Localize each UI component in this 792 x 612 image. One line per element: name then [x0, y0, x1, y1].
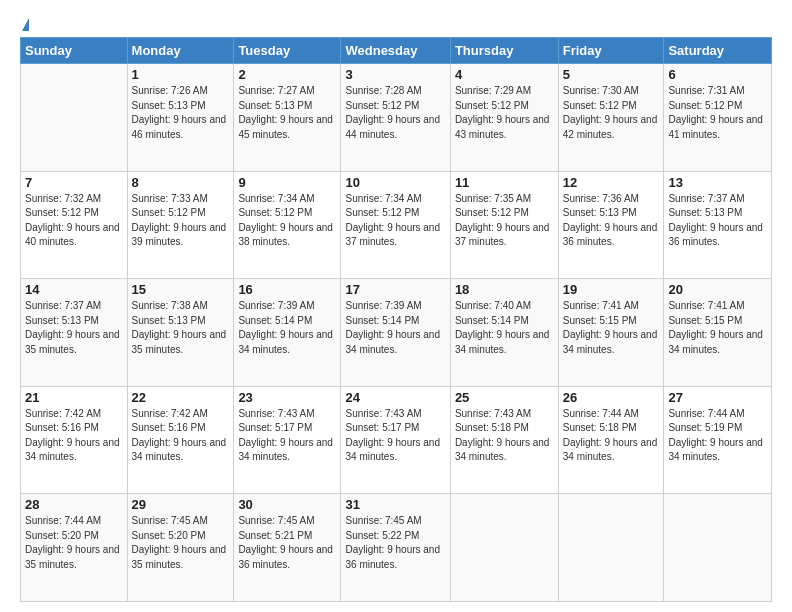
col-saturday: Saturday: [664, 38, 772, 64]
calendar: Sunday Monday Tuesday Wednesday Thursday…: [20, 37, 772, 602]
day-number: 10: [345, 175, 445, 190]
day-info: Sunrise: 7:31 AM Sunset: 5:12 PM Dayligh…: [668, 84, 767, 142]
header: [20, 18, 772, 31]
table-row: 1Sunrise: 7:26 AM Sunset: 5:13 PM Daylig…: [127, 64, 234, 172]
table-row: 27Sunrise: 7:44 AM Sunset: 5:19 PM Dayli…: [664, 386, 772, 494]
day-number: 28: [25, 497, 123, 512]
day-info: Sunrise: 7:44 AM Sunset: 5:19 PM Dayligh…: [668, 407, 767, 465]
calendar-week-row: 14Sunrise: 7:37 AM Sunset: 5:13 PM Dayli…: [21, 279, 772, 387]
col-tuesday: Tuesday: [234, 38, 341, 64]
day-info: Sunrise: 7:30 AM Sunset: 5:12 PM Dayligh…: [563, 84, 660, 142]
day-info: Sunrise: 7:39 AM Sunset: 5:14 PM Dayligh…: [345, 299, 445, 357]
day-info: Sunrise: 7:44 AM Sunset: 5:20 PM Dayligh…: [25, 514, 123, 572]
table-row: [558, 494, 664, 602]
logo: [20, 18, 29, 31]
table-row: 13Sunrise: 7:37 AM Sunset: 5:13 PM Dayli…: [664, 171, 772, 279]
calendar-table: Sunday Monday Tuesday Wednesday Thursday…: [20, 37, 772, 602]
table-row: 23Sunrise: 7:43 AM Sunset: 5:17 PM Dayli…: [234, 386, 341, 494]
table-row: 22Sunrise: 7:42 AM Sunset: 5:16 PM Dayli…: [127, 386, 234, 494]
table-row: [450, 494, 558, 602]
day-number: 25: [455, 390, 554, 405]
table-row: 16Sunrise: 7:39 AM Sunset: 5:14 PM Dayli…: [234, 279, 341, 387]
table-row: 30Sunrise: 7:45 AM Sunset: 5:21 PM Dayli…: [234, 494, 341, 602]
day-number: 23: [238, 390, 336, 405]
table-row: 5Sunrise: 7:30 AM Sunset: 5:12 PM Daylig…: [558, 64, 664, 172]
table-row: 28Sunrise: 7:44 AM Sunset: 5:20 PM Dayli…: [21, 494, 128, 602]
day-info: Sunrise: 7:45 AM Sunset: 5:22 PM Dayligh…: [345, 514, 445, 572]
table-row: 10Sunrise: 7:34 AM Sunset: 5:12 PM Dayli…: [341, 171, 450, 279]
day-number: 18: [455, 282, 554, 297]
table-row: 31Sunrise: 7:45 AM Sunset: 5:22 PM Dayli…: [341, 494, 450, 602]
table-row: 2Sunrise: 7:27 AM Sunset: 5:13 PM Daylig…: [234, 64, 341, 172]
day-number: 20: [668, 282, 767, 297]
day-info: Sunrise: 7:28 AM Sunset: 5:12 PM Dayligh…: [345, 84, 445, 142]
table-row: 17Sunrise: 7:39 AM Sunset: 5:14 PM Dayli…: [341, 279, 450, 387]
table-row: 20Sunrise: 7:41 AM Sunset: 5:15 PM Dayli…: [664, 279, 772, 387]
day-number: 15: [132, 282, 230, 297]
day-number: 9: [238, 175, 336, 190]
table-row: 8Sunrise: 7:33 AM Sunset: 5:12 PM Daylig…: [127, 171, 234, 279]
day-number: 16: [238, 282, 336, 297]
day-info: Sunrise: 7:37 AM Sunset: 5:13 PM Dayligh…: [668, 192, 767, 250]
day-number: 1: [132, 67, 230, 82]
table-row: 7Sunrise: 7:32 AM Sunset: 5:12 PM Daylig…: [21, 171, 128, 279]
table-row: 24Sunrise: 7:43 AM Sunset: 5:17 PM Dayli…: [341, 386, 450, 494]
day-info: Sunrise: 7:39 AM Sunset: 5:14 PM Dayligh…: [238, 299, 336, 357]
day-number: 31: [345, 497, 445, 512]
col-thursday: Thursday: [450, 38, 558, 64]
table-row: 25Sunrise: 7:43 AM Sunset: 5:18 PM Dayli…: [450, 386, 558, 494]
day-number: 30: [238, 497, 336, 512]
table-row: [21, 64, 128, 172]
day-info: Sunrise: 7:43 AM Sunset: 5:18 PM Dayligh…: [455, 407, 554, 465]
table-row: 15Sunrise: 7:38 AM Sunset: 5:13 PM Dayli…: [127, 279, 234, 387]
table-row: [664, 494, 772, 602]
day-info: Sunrise: 7:26 AM Sunset: 5:13 PM Dayligh…: [132, 84, 230, 142]
table-row: 3Sunrise: 7:28 AM Sunset: 5:12 PM Daylig…: [341, 64, 450, 172]
day-number: 8: [132, 175, 230, 190]
day-info: Sunrise: 7:45 AM Sunset: 5:20 PM Dayligh…: [132, 514, 230, 572]
day-info: Sunrise: 7:43 AM Sunset: 5:17 PM Dayligh…: [345, 407, 445, 465]
day-info: Sunrise: 7:29 AM Sunset: 5:12 PM Dayligh…: [455, 84, 554, 142]
day-info: Sunrise: 7:32 AM Sunset: 5:12 PM Dayligh…: [25, 192, 123, 250]
col-friday: Friday: [558, 38, 664, 64]
day-info: Sunrise: 7:33 AM Sunset: 5:12 PM Dayligh…: [132, 192, 230, 250]
day-number: 4: [455, 67, 554, 82]
day-number: 21: [25, 390, 123, 405]
table-row: 12Sunrise: 7:36 AM Sunset: 5:13 PM Dayli…: [558, 171, 664, 279]
day-number: 26: [563, 390, 660, 405]
col-wednesday: Wednesday: [341, 38, 450, 64]
day-info: Sunrise: 7:44 AM Sunset: 5:18 PM Dayligh…: [563, 407, 660, 465]
day-info: Sunrise: 7:43 AM Sunset: 5:17 PM Dayligh…: [238, 407, 336, 465]
day-info: Sunrise: 7:36 AM Sunset: 5:13 PM Dayligh…: [563, 192, 660, 250]
day-number: 24: [345, 390, 445, 405]
day-number: 5: [563, 67, 660, 82]
day-number: 17: [345, 282, 445, 297]
day-number: 11: [455, 175, 554, 190]
day-info: Sunrise: 7:45 AM Sunset: 5:21 PM Dayligh…: [238, 514, 336, 572]
day-number: 29: [132, 497, 230, 512]
table-row: 14Sunrise: 7:37 AM Sunset: 5:13 PM Dayli…: [21, 279, 128, 387]
day-info: Sunrise: 7:34 AM Sunset: 5:12 PM Dayligh…: [238, 192, 336, 250]
day-number: 22: [132, 390, 230, 405]
col-monday: Monday: [127, 38, 234, 64]
table-row: 9Sunrise: 7:34 AM Sunset: 5:12 PM Daylig…: [234, 171, 341, 279]
table-row: 29Sunrise: 7:45 AM Sunset: 5:20 PM Dayli…: [127, 494, 234, 602]
day-info: Sunrise: 7:37 AM Sunset: 5:13 PM Dayligh…: [25, 299, 123, 357]
day-info: Sunrise: 7:34 AM Sunset: 5:12 PM Dayligh…: [345, 192, 445, 250]
table-row: 18Sunrise: 7:40 AM Sunset: 5:14 PM Dayli…: [450, 279, 558, 387]
calendar-week-row: 21Sunrise: 7:42 AM Sunset: 5:16 PM Dayli…: [21, 386, 772, 494]
table-row: 21Sunrise: 7:42 AM Sunset: 5:16 PM Dayli…: [21, 386, 128, 494]
day-number: 3: [345, 67, 445, 82]
day-info: Sunrise: 7:41 AM Sunset: 5:15 PM Dayligh…: [668, 299, 767, 357]
table-row: 11Sunrise: 7:35 AM Sunset: 5:12 PM Dayli…: [450, 171, 558, 279]
day-info: Sunrise: 7:42 AM Sunset: 5:16 PM Dayligh…: [132, 407, 230, 465]
day-number: 14: [25, 282, 123, 297]
day-number: 13: [668, 175, 767, 190]
calendar-week-row: 1Sunrise: 7:26 AM Sunset: 5:13 PM Daylig…: [21, 64, 772, 172]
day-info: Sunrise: 7:35 AM Sunset: 5:12 PM Dayligh…: [455, 192, 554, 250]
table-row: 4Sunrise: 7:29 AM Sunset: 5:12 PM Daylig…: [450, 64, 558, 172]
table-row: 6Sunrise: 7:31 AM Sunset: 5:12 PM Daylig…: [664, 64, 772, 172]
day-number: 12: [563, 175, 660, 190]
logo-triangle-icon: [22, 18, 29, 31]
day-info: Sunrise: 7:40 AM Sunset: 5:14 PM Dayligh…: [455, 299, 554, 357]
